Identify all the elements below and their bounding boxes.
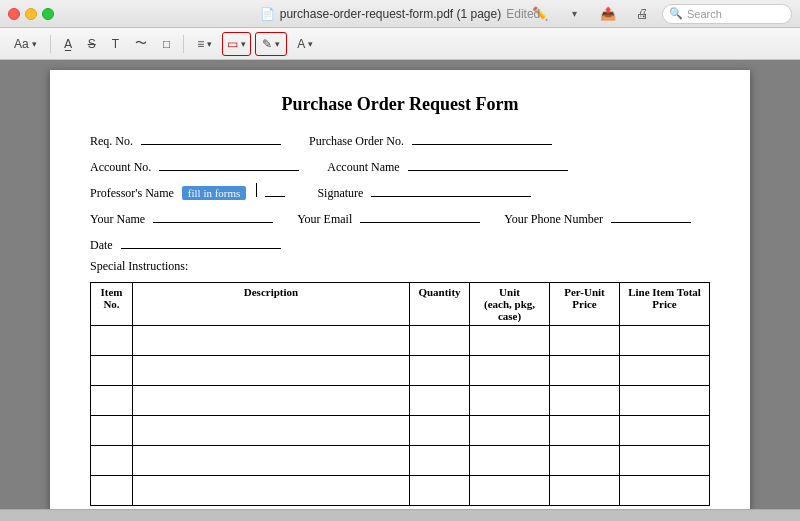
- strikethrough-button[interactable]: S: [82, 32, 102, 56]
- rect-button[interactable]: □: [157, 32, 176, 56]
- row-contact: Your Name Your Email Your Phone Number: [90, 207, 710, 227]
- row-professor-signature: Professor's Name fill in forms Signature: [90, 181, 710, 201]
- col-header-per-unit-price: Per-UnitPrice: [550, 283, 620, 326]
- squiggle-icon: 〜: [135, 35, 147, 52]
- cell-line-item-total[interactable]: [620, 356, 710, 386]
- cell-per-unit-price[interactable]: [550, 326, 620, 356]
- cell-line-item-total[interactable]: [620, 416, 710, 446]
- cell-per-unit-price[interactable]: [550, 476, 620, 506]
- dropdown-icon[interactable]: ▾: [560, 4, 588, 24]
- search-icon: 🔍: [669, 7, 683, 20]
- fullscreen-button[interactable]: [42, 8, 54, 20]
- cell-line-item-total[interactable]: [620, 386, 710, 416]
- date-field[interactable]: [121, 233, 281, 249]
- titlebar-right-controls: ✏️ ▾ 📤 🖨 🔍 Search: [526, 4, 792, 24]
- account-no-field[interactable]: [159, 155, 299, 171]
- signature-field[interactable]: [371, 181, 531, 197]
- your-phone-field[interactable]: [611, 207, 691, 223]
- cell-item-no[interactable]: [91, 416, 133, 446]
- form-title: Purchase Order Request Form: [90, 94, 710, 115]
- cell-line-item-total[interactable]: [620, 476, 710, 506]
- table-row: [91, 326, 710, 356]
- markup-icon: ✎: [262, 37, 272, 51]
- po-no-label: Purchase Order No.: [309, 134, 404, 149]
- table-header-row: ItemNo. Description Quantity Unit(each, …: [91, 283, 710, 326]
- your-name-label: Your Name: [90, 212, 145, 227]
- cell-description[interactable]: [133, 356, 410, 386]
- squiggle-button[interactable]: 〜: [129, 32, 153, 56]
- cell-per-unit-price[interactable]: [550, 386, 620, 416]
- cell-item-no[interactable]: [91, 326, 133, 356]
- col-header-unit: Unit(each, pkg, case): [470, 283, 550, 326]
- list-button[interactable]: ≡ ▾: [191, 32, 218, 56]
- underline-button[interactable]: A̲: [58, 32, 78, 56]
- cell-quantity[interactable]: [410, 386, 470, 416]
- req-no-field[interactable]: [141, 129, 281, 145]
- window-title-area: 📄 purchase-order-request-form.pdf (1 pag…: [260, 7, 540, 21]
- your-email-label: Your Email: [297, 212, 352, 227]
- po-no-field[interactable]: [412, 129, 552, 145]
- cell-quantity[interactable]: [410, 326, 470, 356]
- markup-dropdown-icon: ▾: [275, 39, 280, 49]
- cell-per-unit-price[interactable]: [550, 416, 620, 446]
- signature-label: Signature: [317, 186, 363, 201]
- account-name-field[interactable]: [408, 155, 568, 171]
- cell-quantity[interactable]: [410, 446, 470, 476]
- cell-unit[interactable]: [470, 446, 550, 476]
- pdf-viewer: Purchase Order Request Form Req. No. Pur…: [0, 60, 800, 509]
- cell-unit[interactable]: [470, 356, 550, 386]
- cell-description[interactable]: [133, 446, 410, 476]
- cell-description[interactable]: [133, 326, 410, 356]
- cell-unit[interactable]: [470, 386, 550, 416]
- cell-line-item-total[interactable]: [620, 326, 710, 356]
- arrow-button[interactable]: A ▾: [291, 32, 319, 56]
- table-row: [91, 446, 710, 476]
- cell-item-no[interactable]: [91, 476, 133, 506]
- rect-icon: □: [163, 37, 170, 51]
- cell-quantity[interactable]: [410, 356, 470, 386]
- cell-unit[interactable]: [470, 326, 550, 356]
- cell-per-unit-price[interactable]: [550, 356, 620, 386]
- font-button[interactable]: Aa ▾: [8, 32, 43, 56]
- col-header-line-item-total: Line Item TotalPrice: [620, 283, 710, 326]
- cell-per-unit-price[interactable]: [550, 446, 620, 476]
- account-name-label: Account Name: [327, 160, 399, 175]
- text-button[interactable]: T: [106, 32, 125, 56]
- cell-quantity[interactable]: [410, 416, 470, 446]
- table-row: [91, 386, 710, 416]
- cell-quantity[interactable]: [410, 476, 470, 506]
- markup-button[interactable]: ✎ ▾: [255, 32, 287, 56]
- titlebar: 📄 purchase-order-request-form.pdf (1 pag…: [0, 0, 800, 28]
- prof-name-label: Professor's Name: [90, 186, 174, 201]
- window-title: purchase-order-request-form.pdf (1 page): [280, 7, 501, 21]
- cell-line-item-total[interactable]: [620, 446, 710, 476]
- share-icon[interactable]: 📤: [594, 4, 622, 24]
- table-row: [91, 356, 710, 386]
- cell-description[interactable]: [133, 386, 410, 416]
- cell-unit[interactable]: [470, 476, 550, 506]
- font-icon: Aa: [14, 37, 29, 51]
- fill-in-forms-badge[interactable]: fill in forms: [182, 186, 247, 200]
- close-button[interactable]: [8, 8, 20, 20]
- your-name-field[interactable]: [153, 207, 273, 223]
- account-no-label: Account No.: [90, 160, 151, 175]
- horizontal-scrollbar[interactable]: [0, 509, 800, 521]
- prof-name-field-right[interactable]: [265, 181, 285, 197]
- cell-description[interactable]: [133, 476, 410, 506]
- cell-unit[interactable]: [470, 416, 550, 446]
- cell-description[interactable]: [133, 416, 410, 446]
- col-header-quantity: Quantity: [410, 283, 470, 326]
- pdf-icon: 📄: [260, 7, 275, 21]
- search-box[interactable]: 🔍 Search: [662, 4, 792, 24]
- your-phone-label: Your Phone Number: [504, 212, 603, 227]
- your-email-field[interactable]: [360, 207, 480, 223]
- cell-item-no[interactable]: [91, 356, 133, 386]
- minimize-button[interactable]: [25, 8, 37, 20]
- highlight-button[interactable]: ▭ ▾: [222, 32, 251, 56]
- row-date: Date: [90, 233, 710, 253]
- toolbar-separator-2: [183, 35, 184, 53]
- print-icon[interactable]: 🖨: [628, 4, 656, 24]
- date-label: Date: [90, 238, 113, 253]
- cell-item-no[interactable]: [91, 386, 133, 416]
- cell-item-no[interactable]: [91, 446, 133, 476]
